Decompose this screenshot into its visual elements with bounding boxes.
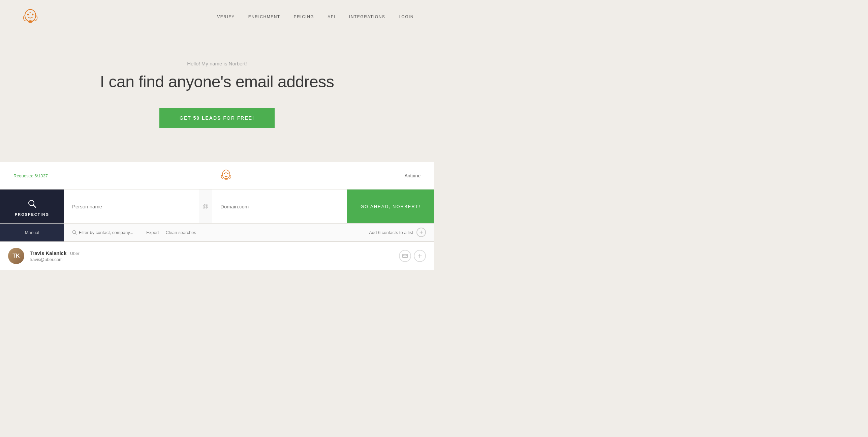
svg-point-7 (227, 173, 228, 174)
svg-point-0 (25, 9, 36, 22)
filter-row: Export Clean searches Add 6 contacts to … (64, 224, 434, 241)
avatar-initials: TK (12, 253, 20, 259)
person-name-input[interactable] (64, 190, 199, 223)
hero-section: Hello! My name is Norbert! I can find an… (0, 34, 434, 162)
cta-prefix: GET (180, 115, 193, 121)
nav-links: VERIFY ENRICHMENT PRICING API INTEGRATIO… (217, 14, 414, 19)
user-name: Antoine (405, 173, 421, 178)
svg-point-1 (27, 14, 29, 16)
filter-right: Add 6 contacts to a list + (369, 228, 426, 237)
go-norbert-button[interactable]: GO AHEAD, NORBERT! (347, 190, 434, 223)
sidebar-manual-label: Manual (25, 230, 39, 235)
nav-login[interactable]: LOGIN (399, 14, 414, 19)
sidebar-prospecting-label: PROSPECTING (15, 212, 49, 216)
app-header: Requests: 6/1337 Antoine (0, 162, 434, 190)
app-section: Requests: 6/1337 Antoine (0, 162, 434, 270)
export-button[interactable]: Export (146, 230, 159, 235)
app-logo (219, 168, 234, 184)
nav-enrichment[interactable]: ENRICHMENT (248, 14, 280, 19)
contact-row: TK Travis Kalanick Uber travis@uber.com (0, 242, 434, 270)
contact-email: travis@uber.com (30, 257, 394, 262)
contact-company: Uber (70, 251, 80, 256)
search-icon (27, 199, 37, 210)
contact-info: Travis Kalanick Uber travis@uber.com (30, 250, 394, 262)
top-nav: VERIFY ENRICHMENT PRICING API INTEGRATIO… (0, 0, 434, 34)
nav-pricing[interactable]: PRICING (294, 14, 314, 19)
contact-name: Travis Kalanick (30, 250, 66, 256)
filter-search-icon (72, 230, 77, 235)
domain-input[interactable] (212, 190, 347, 223)
cta-bold: 50 LEADS (193, 115, 221, 121)
requests-badge: Requests: 6/1337 (13, 173, 48, 178)
svg-rect-14 (403, 254, 407, 258)
at-divider: @ (199, 190, 212, 223)
sidebar-manual[interactable]: Manual (0, 224, 64, 241)
search-inputs: @ GO AHEAD, NORBERT! (64, 190, 434, 223)
sidebar-panel: PROSPECTING (0, 190, 64, 223)
nav-integrations[interactable]: INTEGRATIONS (349, 14, 385, 19)
svg-point-5 (222, 170, 230, 179)
search-row: PROSPECTING @ GO AHEAD, NORBERT! (0, 190, 434, 224)
contact-actions (399, 250, 426, 262)
avatar: TK (8, 248, 24, 264)
nav-verify[interactable]: VERIFY (217, 14, 235, 19)
filter-input-wrap (72, 230, 140, 235)
filter-input[interactable] (79, 230, 140, 235)
hero-title: I can find anyone's email address (7, 72, 427, 91)
email-action-button[interactable] (399, 250, 411, 262)
contact-name-company: Travis Kalanick Uber (30, 250, 394, 256)
svg-line-13 (75, 233, 77, 235)
nav-api[interactable]: API (328, 14, 336, 19)
add-list-button[interactable]: + (416, 228, 426, 237)
add-contacts-label: Add 6 contacts to a list (369, 230, 413, 235)
svg-line-11 (33, 205, 36, 207)
logo[interactable] (20, 6, 40, 28)
cta-suffix: FOR FREE! (221, 115, 254, 121)
cta-button[interactable]: GET 50 LEADS FOR FREE! (159, 108, 275, 128)
add-action-button[interactable] (414, 250, 426, 262)
clean-searches-button[interactable]: Clean searches (166, 230, 196, 235)
svg-point-2 (32, 14, 34, 16)
svg-point-6 (224, 173, 225, 174)
hero-subtitle: Hello! My name is Norbert! (7, 61, 427, 66)
